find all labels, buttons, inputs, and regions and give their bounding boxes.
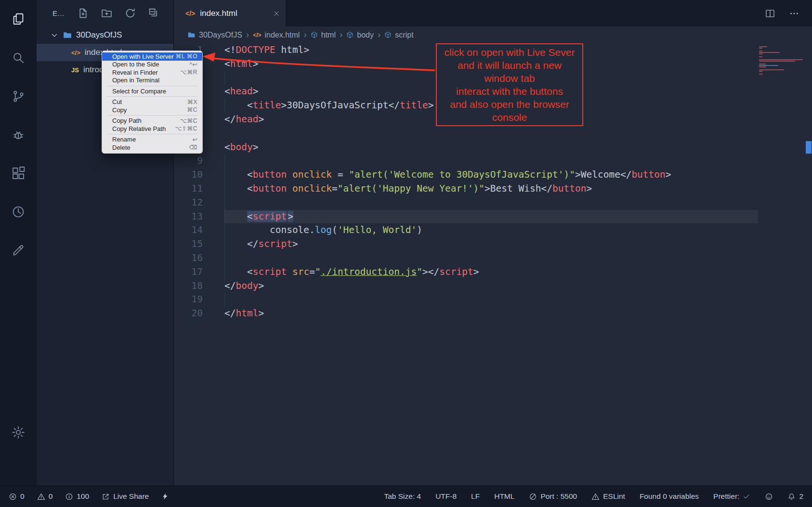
- tabbar-actions: [765, 0, 812, 26]
- menu-item-reveal-in-finder[interactable]: Reveal in Finder⌥⌘R: [102, 68, 202, 77]
- menu-item-shortcut: ⌘C: [187, 106, 197, 113]
- menu-item-label: Rename: [112, 136, 136, 143]
- breadcrumb: 30DaysOfJS›</>index.html›html›body›scrip…: [174, 26, 812, 43]
- status-label: 100: [77, 492, 89, 501]
- activity-bar-item-pen[interactable]: [6, 238, 31, 263]
- status-label: ESLint: [603, 492, 625, 501]
- status-info[interactable]: 100: [65, 492, 89, 501]
- code-line-13[interactable]: 13 <script>: [174, 210, 758, 224]
- menu-item-copy-path[interactable]: Copy Path⌥⌘C: [102, 117, 202, 125]
- tab-label: index.html: [200, 9, 237, 18]
- menu-item-select-for-compare[interactable]: Select for Compare: [102, 87, 202, 95]
- breadcrumb-script[interactable]: script: [384, 31, 413, 39]
- code-line-20[interactable]: 20</html>: [174, 307, 758, 321]
- line-number: 20: [174, 307, 203, 321]
- check-icon: [743, 493, 750, 500]
- source-control-icon: [11, 89, 26, 104]
- menu-item-shortcut: ⌘L ⌘O: [176, 53, 197, 60]
- debug-icon: [11, 128, 26, 142]
- code-line-15[interactable]: 15 </script>: [174, 237, 758, 251]
- warning-icon: [591, 493, 600, 501]
- code-line-14[interactable]: 14 console.log('Hello, World'): [174, 223, 758, 237]
- menu-item-open-to-the-side[interactable]: Open to the Side^↩: [102, 61, 202, 69]
- folder-row-30daysofjs[interactable]: 30DaysOfJS: [37, 26, 173, 44]
- status-live-share[interactable]: Live Share: [102, 492, 149, 501]
- status-eol[interactable]: LF: [471, 492, 480, 501]
- status-feedback[interactable]: [765, 493, 773, 501]
- new-folder-icon[interactable]: [101, 7, 113, 19]
- menu-item-shortcut: ^↩: [189, 61, 197, 68]
- sidebar-header: E…: [37, 0, 173, 26]
- menu-item-copy-relative-path[interactable]: Copy Relative Path⌥⇧⌘C: [102, 125, 202, 133]
- status-eslint[interactable]: ESLint: [591, 492, 625, 501]
- menu-item-copy[interactable]: Copy⌘C: [102, 106, 202, 114]
- collapse-all-icon[interactable]: [148, 7, 160, 19]
- menu-item-shortcut: ⌥⇧⌘C: [175, 125, 197, 132]
- status-encoding[interactable]: UTF-8: [435, 492, 457, 501]
- status-notifications[interactable]: 2: [787, 492, 803, 501]
- activity-bar-item-extensions[interactable]: [6, 161, 31, 186]
- chevron-down-icon: [50, 31, 59, 39]
- bell-icon: [787, 493, 796, 501]
- menu-separator: [107, 96, 197, 97]
- status-tab-size[interactable]: Tab Size: 4: [384, 492, 421, 501]
- status-port[interactable]: Port : 5500: [529, 492, 577, 501]
- code-line-10[interactable]: 10 <button onclick = "alert('Welcome to …: [174, 168, 758, 182]
- code-line-12[interactable]: 12: [174, 196, 758, 210]
- activity-bar-item-clock[interactable]: [6, 199, 31, 224]
- code-line-17[interactable]: 17 <script src="./introduction.js"></scr…: [174, 265, 758, 279]
- menu-item-delete[interactable]: Delete⌫: [102, 143, 202, 152]
- status-warnings[interactable]: 0: [37, 492, 53, 501]
- code-line-18[interactable]: 18</body>: [174, 279, 758, 293]
- annotation-line: click on open with Live Sever: [445, 46, 575, 59]
- minimap-line: [759, 65, 778, 66]
- code-line-19[interactable]: 19: [174, 293, 758, 307]
- menu-item-shortcut: ⌥⌘C: [180, 117, 197, 124]
- status-prettier[interactable]: Prettier:: [713, 492, 750, 501]
- tab-index-html[interactable]: </> index.html: [174, 0, 286, 26]
- menu-item-rename[interactable]: Rename↩: [102, 136, 202, 144]
- minimap-line: [759, 71, 763, 72]
- ellipsis-icon[interactable]: [789, 8, 799, 19]
- code-line-16[interactable]: 16: [174, 251, 758, 265]
- breadcrumb-30daysofjs[interactable]: 30DaysOfJS: [187, 31, 242, 39]
- menu-item-open-with-live-server[interactable]: Open with Live Server⌘L ⌘O: [102, 52, 202, 61]
- breadcrumb-html[interactable]: html: [311, 31, 336, 39]
- annotation-box: click on open with Live Severand it will…: [436, 43, 583, 126]
- activity-bar-item-run-and-debug[interactable]: [6, 122, 31, 147]
- code-text: <html>: [224, 57, 258, 71]
- code-line-9[interactable]: 9: [174, 154, 758, 168]
- code-line-7[interactable]: 7: [174, 127, 758, 141]
- annotation-line: interact with the buttons: [456, 85, 563, 98]
- status-variables[interactable]: Found 0 variables: [640, 492, 699, 501]
- breadcrumb-body[interactable]: body: [346, 31, 374, 39]
- status-bolt[interactable]: [161, 493, 169, 500]
- status-errors[interactable]: 0: [9, 492, 25, 501]
- new-file-icon[interactable]: [77, 7, 89, 19]
- code-text: </head>: [224, 113, 264, 127]
- activity-bar-item-manage[interactable]: [6, 420, 31, 445]
- minimap[interactable]: [759, 46, 805, 75]
- menu-item-cut[interactable]: Cut⌘X: [102, 98, 202, 106]
- code-line-8[interactable]: 8<body>: [174, 141, 758, 155]
- vscode-window: E… 30DaysOfJS </>index.htmlJSintroductio…: [0, 0, 812, 507]
- close-icon[interactable]: [273, 10, 280, 17]
- refresh-icon[interactable]: [124, 7, 136, 19]
- minimap-line: [759, 52, 780, 53]
- breadcrumb-index-html[interactable]: </>index.html: [253, 31, 300, 39]
- split-editor-icon[interactable]: [765, 8, 775, 19]
- explorer-icon: [11, 12, 26, 26]
- breadcrumb-label: index.html: [265, 31, 300, 39]
- activity-bar-item-explorer[interactable]: [6, 7, 31, 32]
- info-icon: [65, 493, 73, 501]
- menu-item-open-in-terminal[interactable]: Open in Terminal: [102, 77, 202, 85]
- code-text: console.log('Hello, World'): [224, 223, 422, 237]
- code-line-11[interactable]: 11 <button onclick="alert('Happy New Yea…: [174, 182, 758, 196]
- code-text: </script>: [224, 237, 298, 251]
- code-text: <!DOCTYPE html>: [224, 43, 309, 57]
- activity-bar-item-source-control[interactable]: [6, 84, 31, 109]
- overview-ruler[interactable]: [805, 43, 812, 485]
- bolt-icon: [161, 493, 169, 500]
- status-language-html[interactable]: HTML: [494, 492, 514, 501]
- activity-bar-item-search[interactable]: [6, 45, 31, 70]
